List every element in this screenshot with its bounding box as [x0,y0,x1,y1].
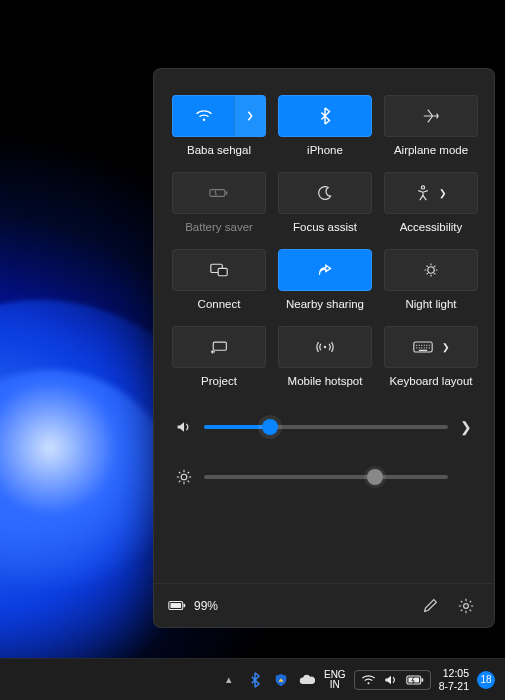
volume-thumb[interactable] [262,419,278,435]
connect-label: Connect [198,298,241,310]
battery-percent-text: 99% [194,599,218,613]
wifi-icon [195,109,213,123]
airplane-tile[interactable] [384,95,478,137]
brightness-icon [176,469,192,485]
quick-settings-panel: Baba sehgal iPhone Airplane mode [153,68,495,628]
battery-icon [168,600,186,611]
volume-slider-row: ❯ [176,413,472,441]
wifi-expand-button[interactable] [234,95,266,137]
hotspot-icon [316,340,334,354]
wifi-icon [361,674,376,686]
accessibility-tile[interactable]: ❯ [384,172,478,214]
brightness-slider[interactable] [204,475,448,479]
bluetooth-tray-icon[interactable] [246,671,264,689]
security-tray-icon[interactable] [272,671,290,689]
wifi-label: Baba sehgal [187,144,251,156]
night-light-tile[interactable] [384,249,478,291]
svg-point-6 [428,267,434,273]
chevron-right-icon [246,111,254,121]
clock-button[interactable]: 12:05 8-7-21 [439,667,469,691]
bluetooth-icon [319,107,331,125]
quick-settings-footer: 99% [154,583,494,627]
svg-rect-7 [213,342,226,350]
clock-date: 8-7-21 [439,680,469,692]
battery-icon [406,675,424,685]
taskbar: ▴ ENG IN 12:05 8-7-21 18 [0,658,505,700]
volume-icon [384,674,398,686]
language-switcher[interactable]: ENG IN [324,670,346,690]
connect-icon [210,263,228,277]
airplane-icon [422,108,440,124]
accessibility-label: Accessibility [400,221,463,233]
svg-rect-2 [226,191,228,194]
volume-slider[interactable] [204,425,448,429]
notification-count: 18 [480,674,491,685]
moon-icon [317,185,333,201]
settings-button[interactable] [452,592,480,620]
focus-assist-tile[interactable] [278,172,372,214]
svg-point-14 [464,603,469,608]
chevron-right-icon: ❯ [442,342,450,352]
volume-expand-button[interactable]: ❯ [460,419,472,435]
network-volume-battery-button[interactable] [354,670,431,690]
mobile-hotspot-label: Mobile hotspot [288,375,363,387]
svg-point-15 [367,682,369,684]
focus-assist-label: Focus assist [293,221,357,233]
svg-rect-5 [218,268,227,275]
pencil-icon [423,598,438,613]
lang-top: ENG [324,670,346,680]
svg-rect-18 [421,678,423,681]
nearby-sharing-tile[interactable] [278,249,372,291]
show-hidden-icons-button[interactable]: ▴ [220,671,238,689]
airplane-label: Airplane mode [394,144,468,156]
accessibility-icon [416,185,430,201]
mobile-hotspot-tile[interactable] [278,326,372,368]
night-light-label: Night light [405,298,456,310]
volume-icon [176,420,192,434]
nearby-sharing-label: Nearby sharing [286,298,364,310]
svg-point-10 [181,474,187,480]
bluetooth-tile[interactable] [278,95,372,137]
chevron-right-icon: ❯ [439,188,447,198]
svg-rect-1 [210,190,225,197]
project-label: Project [201,375,237,387]
clock-time: 12:05 [443,667,469,679]
brightness-slider-row [176,463,472,491]
svg-point-0 [202,119,204,121]
keyboard-layout-label: Keyboard layout [389,375,472,387]
svg-rect-13 [184,604,186,607]
battery-saver-icon [209,187,229,199]
quick-settings-grid: Baba sehgal iPhone Airplane mode [172,95,476,393]
svg-point-3 [421,186,424,189]
gear-icon [458,598,474,614]
svg-rect-12 [170,603,181,608]
nightlight-icon [423,262,439,278]
wifi-toggle[interactable] [172,95,234,137]
battery-saver-label: Battery saver [185,221,253,233]
lang-bottom: IN [330,680,340,690]
keyboard-layout-tile[interactable]: ❯ [384,326,478,368]
svg-point-8 [324,346,326,348]
onedrive-tray-icon[interactable] [298,671,316,689]
wifi-tile[interactable] [172,95,266,137]
battery-saver-tile [172,172,266,214]
connect-tile[interactable] [172,249,266,291]
brightness-thumb[interactable] [367,469,383,485]
project-icon [210,340,228,354]
edit-quick-settings-button[interactable] [416,592,444,620]
keyboard-icon [413,341,433,353]
notifications-button[interactable]: 18 [477,671,495,689]
bluetooth-label: iPhone [307,144,343,156]
share-icon [317,263,333,277]
project-tile[interactable] [172,326,266,368]
